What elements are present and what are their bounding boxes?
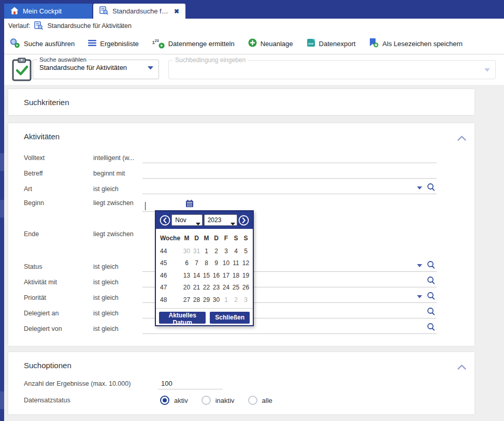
calendar-day[interactable]: 3 [241, 296, 251, 303]
field-label: Status [8, 263, 93, 270]
field-operator[interactable]: liegt zwischen [93, 199, 142, 207]
calendar-day[interactable]: 13 [182, 272, 192, 279]
calendar-day[interactable]: 23 [211, 284, 221, 291]
radio-label: aktiv [174, 397, 188, 404]
calendar-day[interactable]: 27 [182, 296, 192, 303]
results-count-input[interactable] [158, 378, 223, 389]
collapse-chevron-up-icon[interactable] [457, 134, 466, 143]
field-text-input[interactable] [142, 152, 437, 163]
calendar-day[interactable]: 1 [221, 296, 231, 303]
search-select-value: Standardsuche für Aktivitäten [39, 64, 127, 71]
field-operator[interactable]: ist gleich [93, 325, 142, 332]
current-date-button[interactable]: Aktuelles Datum [159, 312, 206, 324]
calendar-day[interactable]: 24 [221, 284, 231, 291]
calendar-day[interactable]: 1 [201, 248, 211, 255]
count-records-button[interactable]: 123 Datenmenge ermitteln [152, 39, 235, 49]
text-cursor [145, 202, 146, 210]
calendar-day[interactable]: 30 [211, 296, 221, 303]
search-condition-field[interactable]: Suchbedingung eingeben [168, 56, 496, 79]
collapse-chevron-up-icon[interactable] [457, 362, 466, 372]
chevron-down-icon[interactable] [148, 64, 153, 71]
caret-down-icon[interactable] [417, 182, 422, 192]
close-tab-icon[interactable]: ✖ [174, 8, 179, 15]
calendar-day[interactable]: 19 [241, 272, 251, 279]
run-search-button[interactable]: Suche ausführen [9, 38, 75, 50]
radio-inaktiv[interactable]: inaktiv [201, 396, 235, 405]
field-operator[interactable]: beginnt mit [93, 170, 142, 177]
calendar-day[interactable]: 28 [192, 296, 201, 303]
close-button[interactable]: Schließen [210, 312, 250, 324]
field-row-betreff: Betreffbeginnt mit [8, 166, 474, 181]
field-text-input[interactable] [142, 183, 437, 194]
month-select[interactable]: Nov [171, 214, 203, 226]
previous-month-icon[interactable] [160, 215, 170, 226]
calendar-day[interactable]: 29 [201, 296, 211, 303]
result-list-button[interactable]: Ergebnisliste [88, 39, 138, 48]
calendar-day[interactable]: 14 [192, 272, 201, 279]
field-operator[interactable]: ist gleich [93, 294, 142, 301]
lookup-search-icon[interactable] [427, 260, 436, 271]
calendar-day[interactable]: 15 [201, 272, 211, 279]
calendar-day[interactable]: 26 [241, 284, 251, 291]
section-title-suchoptionen: Suchoptionen [24, 361, 71, 370]
radio-dot[interactable] [160, 396, 169, 405]
lookup-search-icon[interactable] [427, 307, 436, 318]
year-select[interactable]: 2023 [204, 214, 237, 226]
new-record-button[interactable]: Neuanlage [248, 38, 293, 49]
field-operator[interactable]: intelligent (w... [93, 154, 142, 162]
tab-standardsuche[interactable]: Standardsuche für A... ✖ [93, 4, 185, 19]
search-select-field[interactable]: Suche auswählen Standardsuche für Aktivi… [33, 56, 159, 79]
save-bookmark-button[interactable]: Als Lesezeichen speichern [369, 38, 463, 49]
record-status-radio-group: aktivinaktivalle [158, 396, 272, 405]
calendar-day[interactable]: 11 [231, 259, 241, 267]
calendar-day[interactable]: 2 [231, 296, 241, 303]
calendar-day[interactable]: 5 [241, 248, 251, 255]
calendar-day[interactable]: 8 [201, 259, 211, 267]
field-text-input[interactable] [142, 167, 437, 179]
field-operator[interactable]: ist gleich [93, 279, 142, 286]
app-window: Mein Cockpit Standardsuche für A... ✖ Ve… [0, 0, 504, 421]
calendar-day[interactable]: 18 [231, 272, 241, 279]
calendar-day[interactable]: 30 [182, 248, 192, 255]
radio-dot[interactable] [248, 396, 257, 405]
next-month-icon[interactable] [238, 215, 249, 226]
field-operator[interactable]: ist gleich [93, 185, 142, 193]
calendar-day[interactable]: 16 [211, 272, 221, 279]
radio-dot[interactable] [201, 396, 211, 405]
calendar-day[interactable]: 17 [221, 272, 231, 279]
calendar-day[interactable]: 2 [211, 248, 221, 255]
lookup-search-icon[interactable] [427, 183, 436, 194]
calendar-day[interactable]: 25 [231, 284, 241, 291]
results-count-label: Anzahl der Ergebnisse (max. 10.000) [8, 380, 158, 387]
calendar-day[interactable]: 10 [221, 259, 231, 267]
header-area: Verlauf: Standardsuche für Aktivitäten S… [4, 19, 504, 54]
calendar-day[interactable]: 20 [182, 284, 192, 291]
calendar-day[interactable]: 9 [211, 259, 221, 267]
radio-alle[interactable]: alle [248, 396, 272, 405]
data-export-button[interactable]: csv Datenexport [307, 38, 356, 49]
calendar-icon[interactable] [185, 199, 194, 210]
calendar-day[interactable]: 3 [221, 248, 231, 255]
lookup-search-icon[interactable] [427, 276, 436, 287]
history-value[interactable]: Standardsuche für Aktivitäten [47, 22, 132, 30]
field-operator[interactable]: liegt zwischen [93, 230, 142, 238]
radio-aktiv[interactable]: aktiv [160, 396, 188, 405]
clipboard-check-icon [11, 57, 32, 83]
calendar-day[interactable]: 31 [192, 248, 201, 255]
field-operator[interactable]: ist gleich [93, 263, 142, 270]
calendar-day[interactable]: 6 [182, 259, 192, 267]
calendar-day[interactable]: 22 [201, 284, 211, 291]
field-operator[interactable]: ist gleich [93, 310, 142, 317]
tab-mein-cockpit[interactable]: Mein Cockpit [4, 4, 92, 19]
caret-down-icon[interactable] [417, 291, 422, 300]
calendar-day[interactable]: 7 [192, 259, 201, 267]
calendar-day[interactable]: 12 [241, 259, 251, 267]
calendar-day[interactable]: 4 [231, 248, 241, 255]
left-edge-bar[interactable] [0, 0, 4, 421]
search-document-icon [34, 21, 43, 31]
caret-down-icon[interactable] [417, 260, 422, 269]
calendar-day[interactable]: 21 [192, 284, 201, 291]
week-column-header: Woche [159, 235, 182, 242]
lookup-search-icon[interactable] [427, 292, 436, 302]
lookup-search-icon[interactable] [427, 323, 436, 333]
